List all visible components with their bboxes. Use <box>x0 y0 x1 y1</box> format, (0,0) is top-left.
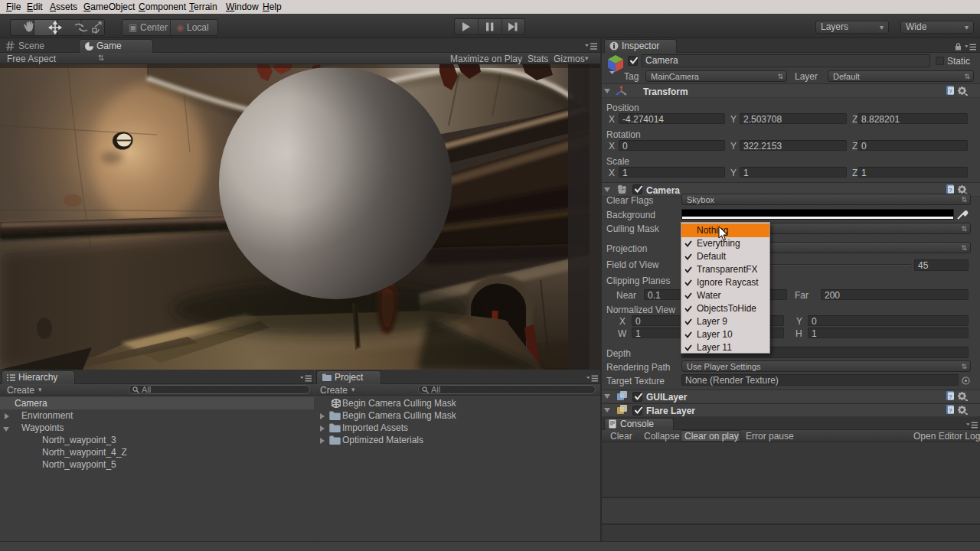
svg-text:?: ? <box>949 88 952 95</box>
svg-text:?: ? <box>949 393 952 400</box>
svg-text:?: ? <box>949 187 952 194</box>
svg-text:?: ? <box>949 407 952 414</box>
